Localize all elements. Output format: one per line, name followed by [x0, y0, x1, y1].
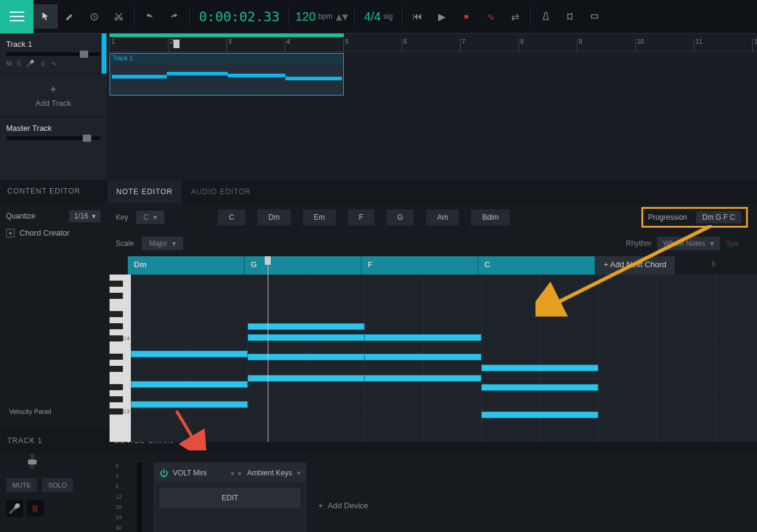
editor-playhead[interactable] [268, 256, 268, 442]
master-track-header[interactable]: Master Track [0, 117, 106, 146]
count-in-button[interactable] [558, 4, 582, 29]
chord-preset-bdim[interactable]: Bdim [471, 209, 509, 225]
db-scale: 6061218243036424860 [116, 463, 131, 532]
chord-creator-toggle[interactable]: ■Chord Creator [6, 228, 100, 237]
ruler-mark: 4 [285, 38, 290, 52]
plus-icon: + [318, 501, 323, 510]
instrument-icon[interactable]: ⫼ [27, 500, 44, 517]
track-mute-button[interactable]: M [6, 60, 12, 68]
midi-note[interactable] [248, 334, 365, 341]
midi-note[interactable] [248, 354, 365, 360]
playhead-icon[interactable] [173, 40, 180, 48]
solo-button[interactable]: SOLO [42, 478, 73, 492]
ruler-mark: 10 [635, 38, 644, 52]
track-record-arm-icon[interactable]: 🎤 [26, 60, 35, 68]
cut-tool[interactable] [106, 4, 131, 29]
tab-audio-editor[interactable]: AUDIO EDITOR [182, 180, 260, 203]
prev-preset-icon[interactable]: ◂ [230, 469, 234, 477]
midi-note[interactable] [481, 384, 598, 391]
chord-preset-f[interactable]: F [348, 209, 374, 225]
loop-button[interactable]: ⇄ [503, 4, 527, 29]
track-volume-slider[interactable] [6, 52, 100, 56]
track-header[interactable]: Track 1 M S 🎤 ⫼ ∿ [0, 33, 106, 74]
ruler-mark: 8 [518, 38, 524, 52]
midi-note[interactable] [481, 411, 598, 418]
play-button[interactable]: ▶ [430, 4, 454, 29]
preset-dropdown-icon[interactable]: ▾ [297, 469, 301, 477]
progression-box: Progression Dm G F C [641, 207, 748, 228]
progression-input[interactable]: Dm G F C [696, 211, 741, 223]
piano-roll-grid[interactable] [131, 275, 757, 442]
track-instrument-icon[interactable]: ⫼ [40, 60, 46, 68]
timeline-ruler[interactable]: 123456789101112 [106, 33, 757, 52]
ruler-mark: 11 [694, 38, 702, 52]
ruler-mark: 5 [343, 38, 349, 52]
add-track-button[interactable]: + Add Track [0, 74, 106, 117]
add-next-chord-button[interactable]: + Add Next Chord [595, 256, 675, 275]
plus-icon: + [0, 83, 106, 96]
metronome-button[interactable] [534, 4, 558, 29]
chord-block-c[interactable]: C [478, 256, 595, 275]
time-signature-control[interactable]: 4/4sig [358, 10, 399, 24]
scale-dropdown[interactable]: Major ▾ [142, 237, 183, 250]
ruler-mark: 2 [168, 38, 173, 52]
chord-bar-number: 6 [675, 256, 752, 275]
ruler-mark: 12 [752, 38, 757, 52]
midi-clip[interactable]: Track 1 [110, 53, 344, 96]
add-device-button[interactable]: + Add Device [318, 501, 368, 510]
quantize-dropdown[interactable]: 1/16 ▾ [69, 210, 100, 222]
device-volt-mini[interactable]: ⏻ VOLT Mini ◂ ▸ Ambient Keys ▾ EDIT [154, 463, 306, 532]
rewind-button[interactable]: ⏮ [405, 4, 430, 29]
record-button[interactable]: ● [454, 4, 478, 29]
chord-preset-am[interactable]: Am [426, 209, 459, 225]
piano-keys[interactable]: C4 C3 [110, 275, 131, 442]
chord-block-f[interactable]: F [361, 256, 478, 275]
velocity-panel-label[interactable]: Velocity Panel [3, 405, 57, 418]
chord-preset-c[interactable]: C [218, 209, 245, 225]
svg-rect-3 [591, 15, 598, 18]
clip-title: Track 1 [110, 54, 343, 63]
time-tool[interactable] [82, 4, 106, 29]
undo-button[interactable] [138, 4, 162, 29]
device-edit-button[interactable]: EDIT [159, 488, 301, 508]
ruler-mark: 9 [577, 38, 582, 52]
midi-note[interactable] [365, 375, 481, 382]
main-menu-button[interactable] [0, 0, 33, 33]
pointer-tool[interactable] [33, 4, 58, 29]
record-arm-icon[interactable]: 🎤 [6, 500, 23, 517]
chord-preset-em[interactable]: Em [303, 209, 336, 225]
midi-note[interactable] [131, 381, 248, 388]
chord-preset-g[interactable]: G [386, 209, 414, 225]
midi-note[interactable] [131, 401, 248, 408]
chord-block-g[interactable]: G [245, 256, 361, 275]
midi-note[interactable] [248, 323, 365, 330]
power-icon[interactable]: ⏻ [159, 468, 168, 478]
key-dropdown[interactable]: C ▾ [136, 211, 165, 224]
midi-note[interactable] [481, 365, 598, 371]
midi-note[interactable] [248, 375, 365, 382]
redo-button[interactable] [162, 4, 186, 29]
scale-label: Scale [116, 239, 134, 248]
chord-preset-dm[interactable]: Dm [257, 209, 291, 225]
midi-note[interactable] [131, 351, 248, 357]
midi-note[interactable] [365, 354, 481, 360]
next-preset-icon[interactable]: ▸ [239, 469, 242, 477]
bpm-control[interactable]: 120bpm ▴▾ [292, 9, 351, 24]
level-meter [137, 463, 142, 532]
master-volume-slider[interactable] [6, 136, 100, 140]
time-display[interactable]: 0:00:02.33 [193, 9, 285, 24]
tab-note-editor[interactable]: NOTE EDITOR [107, 180, 182, 203]
track-section-label: TRACK 1 [0, 429, 106, 453]
track-automation-icon[interactable]: ∿ [51, 60, 57, 68]
pencil-tool[interactable] [58, 4, 82, 29]
mute-button[interactable]: MUTE [6, 478, 37, 492]
input-device-icon[interactable] [582, 4, 607, 29]
track-solo-button[interactable]: S [16, 60, 21, 68]
rhythm-dropdown[interactable]: Whole Notes ▾ [657, 237, 720, 250]
midi-note[interactable] [365, 334, 481, 341]
automation-button[interactable]: ∿ [478, 4, 503, 29]
content-editor-title: CONTENT EDITOR [0, 180, 106, 204]
chord-block-dm[interactable]: Dm [128, 256, 245, 275]
device-preset: Ambient Keys [247, 469, 292, 477]
track-fader[interactable] [30, 453, 34, 469]
